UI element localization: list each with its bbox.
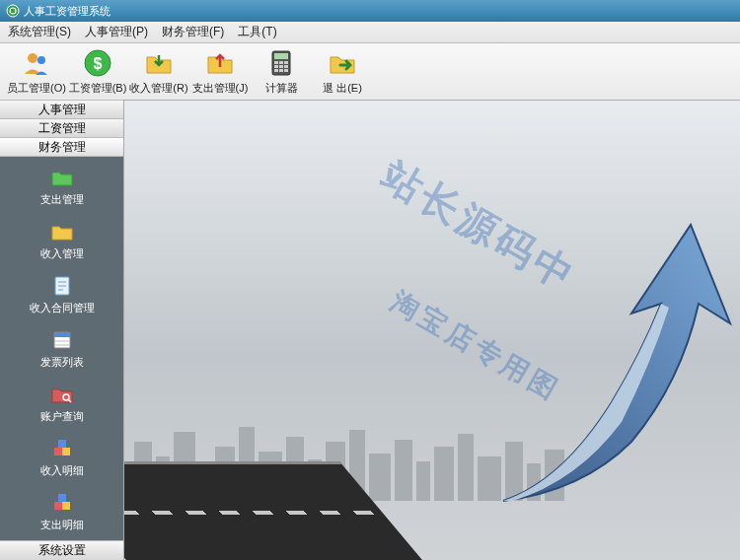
svg-rect-9: [284, 61, 288, 64]
menu-finance[interactable]: 财务管理(F): [162, 24, 224, 40]
sidebar-item-label: 账户查询: [40, 409, 84, 424]
boxes-icon: [49, 490, 75, 516]
sidebar-item-income-mgmt[interactable]: 收入管理: [0, 219, 123, 261]
sidebar-header-hr[interactable]: 人事管理: [0, 100, 123, 119]
sidebar-item-income-detail[interactable]: 收入明细: [0, 436, 123, 478]
folder-green-icon: [49, 165, 75, 190]
toolbar-label: 员工管理(O): [7, 81, 66, 96]
menu-tools[interactable]: 工具(T): [238, 24, 276, 40]
svg-rect-6: [274, 53, 288, 59]
app-icon: [6, 4, 20, 18]
svg-rect-12: [284, 65, 288, 68]
toolbar-label: 退 出(E): [323, 81, 362, 96]
sidebar-item-invoice-list[interactable]: 发票列表: [0, 327, 123, 370]
svg-rect-8: [279, 61, 283, 64]
folder-in-icon: [143, 47, 175, 79]
sidebar: 人事管理 工资管理 财务管理 支出管理 收入管理 收入合同管理 发票列表 账: [0, 101, 124, 560]
svg-point-0: [7, 5, 19, 17]
toolbar-label: 收入管理(R): [129, 81, 187, 96]
titlebar: 人事工资管理系统: [0, 0, 740, 22]
svg-rect-21: [54, 332, 70, 337]
toolbar-exit-button[interactable]: 退 出(E): [312, 45, 373, 98]
toolbar-calculator-button[interactable]: 计算器: [251, 45, 312, 98]
sidebar-item-label: 收入明细: [40, 463, 84, 478]
svg-rect-46: [434, 447, 454, 501]
sidebar-item-income-contract[interactable]: 收入合同管理: [0, 273, 123, 315]
svg-rect-28: [58, 440, 66, 448]
arrow-graphic: [483, 205, 740, 521]
boxes-icon: [49, 436, 75, 461]
svg-rect-31: [58, 494, 66, 502]
svg-rect-30: [62, 502, 70, 510]
toolbar-label: 计算器: [265, 81, 298, 96]
content-area: 站长源码中 淘宝店专用图: [124, 101, 740, 560]
svg-rect-14: [279, 69, 283, 72]
exit-icon: [327, 47, 358, 79]
workspace: 人事管理 工资管理 财务管理 支出管理 收入管理 收入合同管理 发票列表 账: [0, 101, 740, 560]
sidebar-item-account-query[interactable]: 账户查询: [0, 382, 123, 424]
sidebar-header-finance[interactable]: 财务管理: [0, 137, 123, 157]
svg-rect-11: [279, 65, 283, 68]
calc-icon: [265, 47, 297, 79]
sidebar-item-label: 支出明细: [40, 518, 84, 532]
svg-rect-10: [274, 65, 278, 68]
sheet-icon: [49, 327, 75, 353]
folder-red-icon: [49, 382, 75, 407]
toolbar: 员工管理(O) $ 工资管理(B) 收入管理(R) 支出管理(J) 计算器 退 …: [0, 43, 740, 101]
toolbar-income-button[interactable]: 收入管理(R): [128, 45, 189, 98]
sidebar-item-expense-mgmt[interactable]: 支出管理: [0, 165, 123, 207]
svg-rect-13: [274, 69, 278, 72]
sidebar-item-label: 支出管理: [40, 192, 84, 207]
toolbar-employee-button[interactable]: 员工管理(O): [6, 45, 67, 98]
sidebar-item-label: 发票列表: [40, 355, 84, 370]
folder-out-icon: [204, 47, 236, 79]
svg-rect-45: [416, 461, 430, 501]
sidebar-header-salary[interactable]: 工资管理: [0, 118, 123, 138]
doc-icon: [49, 273, 75, 299]
sidebar-item-expense-detail[interactable]: 支出明细: [0, 490, 123, 532]
svg-rect-29: [54, 502, 62, 510]
svg-rect-44: [395, 440, 412, 501]
people-icon: [21, 47, 52, 79]
menubar: 系统管理(S) 人事管理(P) 财务管理(F) 工具(T): [0, 22, 740, 43]
toolbar-label: 工资管理(B): [69, 81, 127, 96]
toolbar-expense-button[interactable]: 支出管理(J): [189, 45, 251, 98]
money-icon: $: [82, 47, 113, 79]
svg-rect-43: [369, 454, 391, 501]
svg-rect-47: [458, 434, 474, 501]
menu-hr[interactable]: 人事管理(P): [85, 24, 148, 40]
svg-rect-26: [54, 448, 62, 455]
svg-text:$: $: [94, 55, 103, 72]
svg-point-2: [37, 56, 45, 64]
toolbar-label: 支出管理(J): [192, 81, 249, 96]
toolbar-salary-button[interactable]: $ 工资管理(B): [67, 45, 128, 98]
sidebar-item-label: 收入合同管理: [30, 301, 95, 315]
folder-yellow-icon: [49, 219, 75, 245]
svg-point-1: [28, 53, 37, 63]
sidebar-footer-settings[interactable]: 系统设置: [0, 540, 123, 560]
window-title: 人事工资管理系统: [24, 4, 111, 19]
menu-system[interactable]: 系统管理(S): [8, 24, 71, 40]
sidebar-body: 支出管理 收入管理 收入合同管理 发票列表 账户查询 收入明细: [0, 157, 123, 540]
svg-rect-15: [284, 69, 288, 72]
svg-rect-7: [274, 61, 278, 64]
sidebar-item-label: 收入管理: [40, 246, 84, 261]
svg-rect-27: [62, 448, 70, 455]
